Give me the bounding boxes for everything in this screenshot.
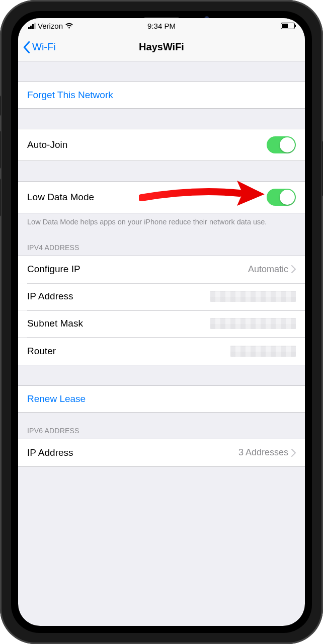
router-row: Router (18, 338, 305, 365)
content-scroll[interactable]: Forget This Network Auto-Join Low Data M… (18, 61, 305, 626)
renew-lease-label: Renew Lease (27, 393, 86, 405)
renew-lease-button[interactable]: Renew Lease (18, 385, 305, 413)
configure-ip-row[interactable]: Configure IP Automatic (18, 256, 305, 283)
ipv4-header: IPV4 ADDRESS (18, 229, 305, 256)
ip-address-label: IP Address (27, 291, 210, 302)
chevron-right-icon (291, 449, 296, 457)
toggle-knob (280, 137, 295, 152)
ipv6-group: IP Address 3 Addresses (18, 439, 305, 467)
ipv6-ip-address-row[interactable]: IP Address 3 Addresses (18, 439, 305, 466)
back-button[interactable]: Wi-Fi (23, 41, 56, 53)
low-data-mode-label: Low Data Mode (27, 192, 267, 203)
low-data-mode-row: Low Data Mode (18, 181, 305, 213)
cellular-signal-icon (28, 23, 36, 29)
auto-join-label: Auto-Join (27, 139, 267, 150)
forget-network-button[interactable]: Forget This Network (18, 82, 305, 109)
subnet-mask-row: Subnet Mask (18, 310, 305, 338)
phone-bezel: Verizon 9:34 PM Wi-Fi Hays (11, 11, 312, 633)
subnet-mask-label: Subnet Mask (27, 318, 210, 329)
redacted-value (230, 346, 296, 357)
router-label: Router (27, 346, 230, 357)
ipv6-header: IPV6 ADDRESS (18, 413, 305, 439)
battery-icon (281, 23, 295, 29)
silent-switch (0, 96, 1, 116)
configure-ip-label: Configure IP (27, 264, 248, 275)
chevron-right-icon (291, 265, 296, 273)
low-data-mode-footer: Low Data Mode helps apps on your iPhone … (18, 213, 305, 229)
carrier-label: Verizon (38, 22, 63, 30)
redacted-value (210, 291, 296, 302)
back-label: Wi-Fi (32, 41, 56, 53)
auto-join-row: Auto-Join (18, 129, 305, 161)
wifi-icon (65, 22, 73, 29)
low-data-mode-toggle[interactable] (267, 189, 296, 206)
forget-network-label: Forget This Network (27, 90, 113, 101)
phone-frame: Verizon 9:34 PM Wi-Fi Hays (0, 0, 323, 644)
configure-ip-value: Automatic (248, 264, 288, 275)
toggle-knob (280, 190, 295, 205)
ipv6-ip-address-value: 3 Addresses (238, 447, 288, 458)
navigation-bar: Wi-Fi HaysWiFi (18, 33, 305, 61)
ip-address-row: IP Address (18, 283, 305, 310)
ipv6-ip-address-label: IP Address (27, 447, 238, 458)
ipv4-group: Configure IP Automatic IP Address Subnet… (18, 256, 305, 365)
volume-up-button (0, 131, 1, 169)
screen: Verizon 9:34 PM Wi-Fi Hays (18, 18, 305, 626)
auto-join-toggle[interactable] (267, 136, 296, 153)
status-bar: Verizon 9:34 PM (18, 18, 305, 33)
clock: 9:34 PM (147, 22, 176, 30)
volume-down-button (0, 179, 1, 216)
page-title: HaysWiFi (139, 41, 184, 53)
chevron-left-icon (23, 41, 30, 53)
redacted-value (210, 318, 296, 329)
